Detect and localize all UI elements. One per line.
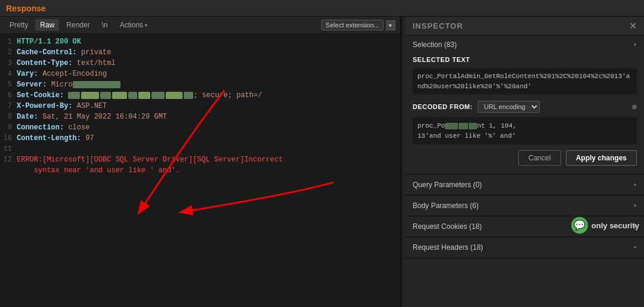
top-bar: Response xyxy=(0,0,644,17)
request-headers-header[interactable]: Request Headers (18) ▾ xyxy=(405,237,644,258)
code-line-2: 2 Cache-Control: private xyxy=(0,47,400,58)
selection-section: Selection (83) ▾ SELECTED TEXT proc_Port… xyxy=(405,36,644,175)
decoded-clear-icon[interactable]: ⊗ xyxy=(632,102,637,112)
code-line-5: 5 Server: Micro xyxy=(0,79,400,90)
actions-button[interactable]: Actions ▾ xyxy=(115,19,152,31)
apply-changes-button[interactable]: Apply changes xyxy=(566,150,637,166)
inspector-header: INSPECTOR ✕ xyxy=(405,17,644,36)
request-cookies-title: Request Cookies (18) xyxy=(413,222,482,231)
code-line-9: 9 Connection: close xyxy=(0,122,400,133)
select-extension-arrow[interactable]: ▾ xyxy=(386,20,395,30)
response-title: Response xyxy=(6,4,46,13)
query-params-header[interactable]: Query Parameters (0) ▾ xyxy=(405,175,644,195)
selection-title: Selection (83) xyxy=(413,41,457,49)
decoded-from-label: DECODED FROM: xyxy=(413,103,473,110)
actions-label: Actions xyxy=(120,21,143,29)
decoded-row: DECODED FROM: URL encoding ⊗ xyxy=(405,97,644,116)
inspector-panel: INSPECTOR ✕ Selection (83) ▾ SELECTED TE… xyxy=(405,17,644,307)
request-cookies-header[interactable]: Request Cookies (18) ▾ xyxy=(405,216,644,237)
query-params-section: Query Parameters (0) ▾ xyxy=(405,175,644,196)
code-line-10: 10 Content-Length: 97 xyxy=(0,133,400,144)
main-layout: Pretty Raw Render \n Actions ▾ Select ex… xyxy=(0,17,644,307)
request-headers-arrow: ▾ xyxy=(633,244,637,251)
tab-render[interactable]: Render xyxy=(61,19,94,31)
selected-text-heading: SELECTED TEXT xyxy=(405,54,644,66)
body-params-arrow: ▾ xyxy=(633,202,637,209)
actions-chevron: ▾ xyxy=(145,23,147,28)
body-params-section: Body Parameters (6) ▾ 💬 only security xyxy=(405,196,644,216)
code-line-6: 6 Set-Cookie: ; secure; path=/ xyxy=(0,90,400,101)
tab-raw[interactable]: Raw xyxy=(35,19,59,31)
code-line-11: 11 xyxy=(0,144,400,154)
toolbar: Pretty Raw Render \n Actions ▾ Select ex… xyxy=(0,17,400,34)
left-panel: Pretty Raw Render \n Actions ▾ Select ex… xyxy=(0,17,402,307)
selection-arrow: ▾ xyxy=(633,41,637,48)
action-buttons: Cancel Apply changes xyxy=(405,147,644,169)
request-headers-section: Request Headers (18) ▾ xyxy=(405,237,644,258)
select-extension-button[interactable]: Select extension... xyxy=(321,20,383,30)
inspector-close-button[interactable]: ✕ xyxy=(629,20,637,32)
inspector-title: INSPECTOR xyxy=(413,21,463,30)
request-cookies-section: Request Cookies (18) ▾ xyxy=(405,216,644,237)
code-line-4: 4 Vary: Accept-Encoding xyxy=(0,69,400,79)
query-params-title: Query Parameters (0) xyxy=(413,181,482,189)
code-line-8: 8 Date: Sat, 21 May 2022 16:04:29 GMT xyxy=(0,111,400,122)
tab-pretty[interactable]: Pretty xyxy=(5,19,33,31)
decoded-from-select[interactable]: URL encoding xyxy=(478,101,540,113)
request-cookies-arrow: ▾ xyxy=(633,223,637,230)
selected-text-value: proc_PortalAdmin_GetRoleContent%201%2C%2… xyxy=(413,68,637,95)
query-params-arrow: ▾ xyxy=(633,181,637,188)
body-params-header[interactable]: Body Parameters (6) ▾ xyxy=(405,196,644,216)
decoded-content: proc_Pont 1, 104,13'and user like '%' an… xyxy=(413,117,637,144)
code-line-7: 7 X-Powered-By: ASP.NET xyxy=(0,101,400,111)
code-line-12: 12 ERROR:[Microsoft][ODBC SQL Server Dri… xyxy=(0,154,400,176)
body-params-title: Body Parameters (6) xyxy=(413,201,479,210)
code-line-1: 1 HTTP/1.1 200 OK xyxy=(0,36,400,47)
code-area[interactable]: 1 HTTP/1.1 200 OK 2 Cache-Control: priva… xyxy=(0,34,400,307)
code-line-3: 3 Content-Type: text/html xyxy=(0,58,400,69)
tab-newline[interactable]: \n xyxy=(97,19,113,31)
request-headers-title: Request Headers (18) xyxy=(413,243,483,252)
cancel-button[interactable]: Cancel xyxy=(518,150,561,166)
selection-header[interactable]: Selection (83) ▾ xyxy=(405,36,644,54)
